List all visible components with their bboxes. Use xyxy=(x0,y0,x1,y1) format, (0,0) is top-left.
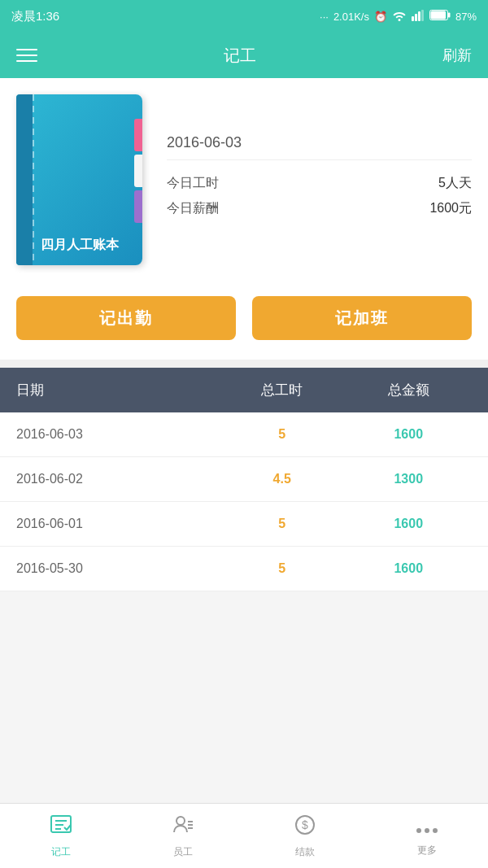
tab-pink xyxy=(134,119,142,151)
nav-jiekuan-label: 结款 xyxy=(295,845,315,859)
overtime-button[interactable]: 记加班 xyxy=(252,296,472,340)
row-date: 2016-06-02 xyxy=(16,472,219,486)
table-section: 日期 总工时 总金额 2016-06-03 5 1600 2016-06-02 … xyxy=(0,368,488,591)
nav-yuangong-icon xyxy=(172,813,194,842)
signal-icon xyxy=(412,10,425,24)
row-amount: 1600 xyxy=(345,517,472,531)
svg-rect-0 xyxy=(412,16,414,21)
row-hours: 4.5 xyxy=(219,472,346,486)
nav-more[interactable]: 更多 xyxy=(366,804,488,868)
notebook[interactable]: 四月人工账本 xyxy=(16,94,150,265)
notebook-tabs xyxy=(134,119,142,223)
row-date: 2016-06-03 xyxy=(16,427,219,442)
header-title: 记工 xyxy=(224,45,256,67)
row-amount: 1600 xyxy=(345,427,472,442)
svg-rect-5 xyxy=(448,13,451,18)
tab-purple xyxy=(134,190,142,223)
notebook-label: 四月人工账本 xyxy=(16,237,142,254)
nav-yuangong[interactable]: 员工 xyxy=(122,804,244,868)
row-hours: 5 xyxy=(219,561,346,576)
dots-indicator: ··· xyxy=(320,11,329,23)
tab-white xyxy=(134,155,142,187)
nav-jiekuan[interactable]: $ 结款 xyxy=(244,804,366,868)
table-rows: 2016-06-03 5 1600 2016-06-02 4.5 1300 20… xyxy=(0,412,488,591)
today-salary-value: 1600元 xyxy=(429,200,472,217)
svg-point-19 xyxy=(433,828,438,833)
svg-text:$: $ xyxy=(302,818,308,831)
nav-jigong-icon xyxy=(50,813,72,842)
today-hours-value: 5人天 xyxy=(438,175,472,192)
svg-rect-1 xyxy=(415,14,417,21)
alarm-icon: ⏰ xyxy=(374,11,387,23)
wifi-icon xyxy=(392,10,407,24)
nav-more-label: 更多 xyxy=(417,844,437,857)
bottom-nav: 记工 员工 $ 结款 xyxy=(0,803,488,868)
row-amount: 1600 xyxy=(345,561,472,576)
row-hours: 5 xyxy=(219,517,346,531)
table-row[interactable]: 2016-06-02 4.5 1300 xyxy=(0,457,488,502)
card-section: 四月人工账本 2016-06-03 今日工时 5人天 今日薪酬 1600元 xyxy=(0,78,488,281)
table-row[interactable]: 2016-06-01 5 1600 xyxy=(0,502,488,547)
battery-icon xyxy=(429,10,451,23)
table-header: 日期 总工时 总金额 xyxy=(0,368,488,412)
col-header-date: 日期 xyxy=(16,381,219,399)
button-row: 记出勤 记加班 xyxy=(0,281,488,360)
today-salary-label: 今日薪酬 xyxy=(167,200,219,217)
table-row[interactable]: 2016-05-30 5 1600 xyxy=(0,547,488,591)
card-info: 2016-06-03 今日工时 5人天 今日薪酬 1600元 xyxy=(167,134,472,225)
app-header: 记工 刷新 xyxy=(0,33,488,78)
svg-point-17 xyxy=(416,828,421,833)
table-row[interactable]: 2016-06-03 5 1600 xyxy=(0,412,488,457)
status-network: ··· 2.01K/s ⏰ 87% xyxy=(320,10,477,24)
col-header-amount: 总金额 xyxy=(345,381,472,399)
row-date: 2016-05-30 xyxy=(16,561,219,576)
row-hours: 5 xyxy=(219,427,346,442)
card-date: 2016-06-03 xyxy=(167,134,472,160)
notebook-body: 四月人工账本 xyxy=(16,94,142,265)
col-header-hours: 总工时 xyxy=(219,381,346,399)
section-divider xyxy=(0,360,488,368)
svg-point-11 xyxy=(176,817,185,825)
refresh-button[interactable]: 刷新 xyxy=(442,46,472,65)
nav-jigong-label: 记工 xyxy=(51,845,71,859)
hamburger-menu[interactable] xyxy=(16,49,37,62)
nav-yuangong-label: 员工 xyxy=(173,845,193,859)
row-amount: 1300 xyxy=(345,472,472,486)
today-hours-label: 今日工时 xyxy=(167,175,219,192)
nav-more-icon xyxy=(416,815,438,840)
card-row-hours: 今日工时 5人天 xyxy=(167,175,472,192)
svg-point-18 xyxy=(425,828,429,833)
svg-rect-2 xyxy=(418,11,420,21)
status-bar: 凌晨1:36 ··· 2.01K/s ⏰ 87% xyxy=(0,0,488,33)
nav-jigong[interactable]: 记工 xyxy=(0,804,122,868)
row-date: 2016-06-01 xyxy=(16,517,219,531)
svg-rect-3 xyxy=(421,10,424,21)
card-row-salary: 今日薪酬 1600元 xyxy=(167,200,472,217)
svg-rect-6 xyxy=(430,11,446,20)
attendance-button[interactable]: 记出勤 xyxy=(16,296,236,340)
nav-jiekuan-icon: $ xyxy=(294,813,316,842)
status-time: 凌晨1:36 xyxy=(11,9,59,24)
